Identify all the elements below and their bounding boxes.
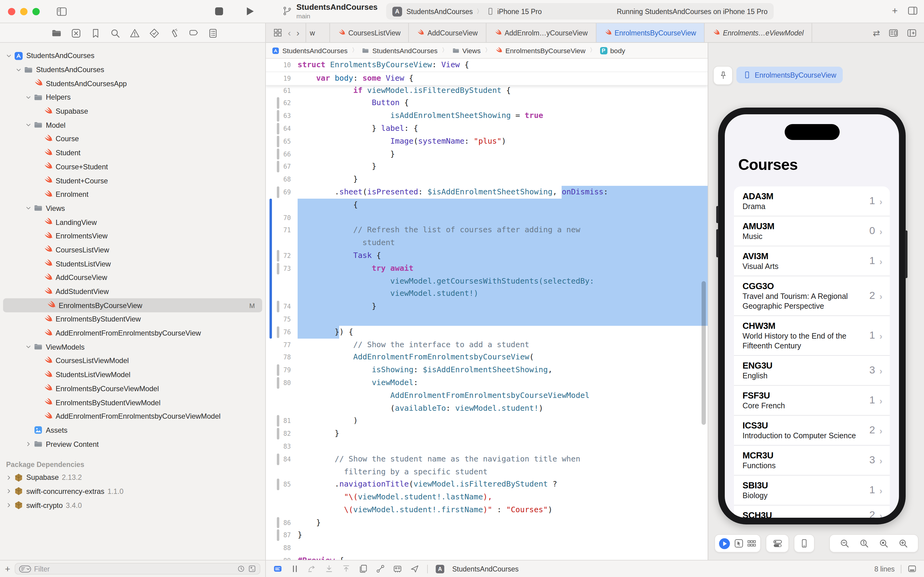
course-row-fsf3u[interactable]: FSF3UCore French1› xyxy=(734,385,890,415)
scheme-status-pill[interactable]: A StudentsAndCourses 〉 iPhone 15 Pro Run… xyxy=(386,3,774,19)
zoom-out-icon[interactable] xyxy=(840,538,850,548)
code-line-65[interactable]: 65 Image(systemName: "plus") xyxy=(266,135,708,148)
minimize-button[interactable] xyxy=(20,8,27,15)
code-content[interactable]: student xyxy=(298,237,708,249)
zoom-fit-icon[interactable] xyxy=(879,538,889,548)
code-line-83[interactable]: 83 xyxy=(266,440,708,453)
code-content[interactable]: .sheet(isPresented: $isAddEnrolmentSheet… xyxy=(298,186,708,199)
sidebar-item-enrolment[interactable]: Enrolment xyxy=(0,188,265,201)
code-content[interactable]: // Show the interface to add a student xyxy=(298,338,708,351)
running-process[interactable]: A StudentsAndCourses xyxy=(436,564,518,573)
course-row-amu3m[interactable]: AMU3MMusic0› xyxy=(734,216,890,246)
code-line-66[interactable]: 66 } xyxy=(266,148,708,160)
selectable-mode-icon[interactable] xyxy=(734,538,744,548)
code-line-87[interactable]: 87} xyxy=(266,529,708,542)
code-content[interactable]: // Refresh the list of courses after add… xyxy=(298,224,708,237)
code-line-62[interactable]: 62 Button { xyxy=(266,97,708,110)
editor-scrollbar[interactable] xyxy=(702,281,706,425)
package-swift-concurrency-extras[interactable]: swift-concurrency-extras1.1.0 xyxy=(0,484,265,498)
code-content[interactable]: try await xyxy=(298,262,708,275)
code-line-89[interactable]: 89#Preview { xyxy=(266,554,708,560)
code-line-cont15[interactable]: viewModel.getCoursesWithStudents(selecte… xyxy=(266,275,708,288)
step-into-icon[interactable] xyxy=(325,564,334,573)
debug-graph-icon[interactable] xyxy=(376,564,385,573)
sidebar-item-studentslistviewmodel[interactable]: StudentsListViewModel xyxy=(0,368,265,382)
preview-target-chip[interactable]: EnrolmentsByCourseView xyxy=(736,67,843,83)
code-content[interactable] xyxy=(298,313,708,326)
code-line-64[interactable]: 64 } label: { xyxy=(266,122,708,135)
code-line-cont12[interactable]: student xyxy=(266,237,708,249)
issue-navigator[interactable] xyxy=(130,27,140,38)
bookmark-navigator[interactable] xyxy=(90,27,101,38)
code-content[interactable]: Task { xyxy=(298,249,708,262)
step-out-icon[interactable] xyxy=(341,564,351,573)
breadcrumb-body[interactable]: Pbody xyxy=(600,47,625,54)
code-line-69[interactable]: 69 .sheet(isPresented: $isAddEnrolmentSh… xyxy=(266,186,708,199)
sidebar-item-addstudentview[interactable]: AddStudentView xyxy=(0,285,265,298)
preview-phone-icon[interactable] xyxy=(799,538,809,548)
adjust-editor-icon[interactable] xyxy=(889,28,898,38)
view-hierarchy-icon[interactable] xyxy=(359,564,368,573)
recents-clock-icon[interactable] xyxy=(237,565,245,573)
disclosure-chevron-icon[interactable] xyxy=(24,343,32,351)
sidebar-item-studentsandcoursesapp[interactable]: StudentsAndCoursesApp xyxy=(0,77,265,90)
related-items-icon[interactable]: ⇄ xyxy=(873,28,880,38)
code-line-cont9[interactable]: { xyxy=(266,199,708,211)
course-row-mcr3u[interactable]: MCR3UFunctions3› xyxy=(734,445,890,475)
code-content[interactable]: } xyxy=(298,427,708,440)
code-line-70[interactable]: 70 xyxy=(266,211,708,224)
code-line-cont33[interactable]: \(viewModel.student!.firstName)" : "Cour… xyxy=(266,504,708,516)
device-settings-icon[interactable] xyxy=(772,538,782,549)
code-content[interactable]: .navigationTitle(viewModel.isFilteredByS… xyxy=(298,478,708,491)
breadcrumb-studentsandcourses[interactable]: StudentsAndCourses xyxy=(362,47,438,54)
code-line-86[interactable]: 86 } xyxy=(266,516,708,529)
disclosure-chevron-icon[interactable] xyxy=(24,440,32,448)
sidebar-item-enrolmentsbycourseview[interactable]: EnrolmentsByCourseViewM xyxy=(3,298,262,312)
find-navigator[interactable] xyxy=(110,27,121,38)
pin-preview-button[interactable] xyxy=(713,66,733,85)
source-control-navigator[interactable] xyxy=(71,27,81,38)
code-content[interactable]: AddEnrolmentFromEnrolmentsbyCourseView( xyxy=(298,351,708,364)
course-row-cgg3o[interactable]: CGG3OTravel and Tourism: A Regional Geog… xyxy=(734,276,890,315)
zoom-100-icon[interactable] xyxy=(859,538,869,548)
code-content[interactable]: var body: some View { xyxy=(298,72,708,85)
breadcrumb-studentsandcourses[interactable]: StudentsAndCourses xyxy=(272,47,348,54)
code-line-67[interactable]: 67 } xyxy=(266,160,708,173)
code-line-68[interactable]: 68 } xyxy=(266,173,708,186)
code-content[interactable]: isShowing: $isAddEnrolmentSheetShowing, xyxy=(298,364,708,377)
code-content[interactable]: viewModel.getCoursesWithStudents(selecte… xyxy=(298,275,708,288)
code-content[interactable]: } label: { xyxy=(298,122,708,135)
tab-overview-icon[interactable] xyxy=(273,28,282,37)
code-content[interactable]: struct EnrolmentsByCourseView: View { xyxy=(298,59,708,71)
breadcrumb-enrolmentsbycourseview[interactable]: EnrolmentsByCourseView xyxy=(495,47,586,54)
code-content[interactable]: Button { xyxy=(298,97,708,110)
code-line-cont25[interactable]: (availableTo: viewModel.student!) xyxy=(266,402,708,415)
code-line-88[interactable]: 88 xyxy=(266,542,708,555)
tab-addenrolm-ycourseview[interactable]: AddEnrolm…yCourseView xyxy=(486,23,596,42)
run-destination[interactable]: iPhone 15 Pro xyxy=(497,8,542,15)
code-content[interactable]: } xyxy=(298,529,708,542)
code-content[interactable]: viewModel: xyxy=(298,377,708,389)
code-content[interactable]: } xyxy=(298,173,708,186)
add-editor-tab-button[interactable]: + xyxy=(892,6,898,16)
sidebar-item-helpers[interactable]: Helpers xyxy=(0,90,265,104)
code-line-79[interactable]: 79 isShowing: $isAddEnrolmentSheetShowin… xyxy=(266,364,708,377)
code-line-cont16[interactable]: viewModel.student!) xyxy=(266,288,708,300)
disclosure-chevron-icon[interactable] xyxy=(24,93,32,102)
code-content[interactable] xyxy=(298,440,708,453)
package-swift-crypto[interactable]: swift-crypto3.4.0 xyxy=(0,498,265,512)
code-content[interactable]: } xyxy=(298,516,708,529)
code-line-72[interactable]: 72 Task { xyxy=(266,249,708,262)
code-content[interactable]: isAddEnrolmentSheetShowing = true xyxy=(298,110,708,122)
close-button[interactable] xyxy=(8,8,15,15)
code-content[interactable]: } xyxy=(298,300,708,313)
sidebar-item-studentsandcourses[interactable]: StudentsAndCourses xyxy=(0,49,265,63)
sidebar-item-model[interactable]: Model xyxy=(0,118,265,132)
source-control-filter-icon[interactable] xyxy=(248,565,256,573)
scheme-name[interactable]: StudentsAndCourses xyxy=(406,8,473,15)
toggle-sidebar-icon[interactable] xyxy=(56,6,67,17)
sidebar-item-landingview[interactable]: LandingView xyxy=(0,216,265,229)
filter-field[interactable]: Filter xyxy=(14,563,260,575)
simulate-location-icon[interactable] xyxy=(410,564,419,573)
disclosure-chevron-icon[interactable] xyxy=(5,487,13,495)
